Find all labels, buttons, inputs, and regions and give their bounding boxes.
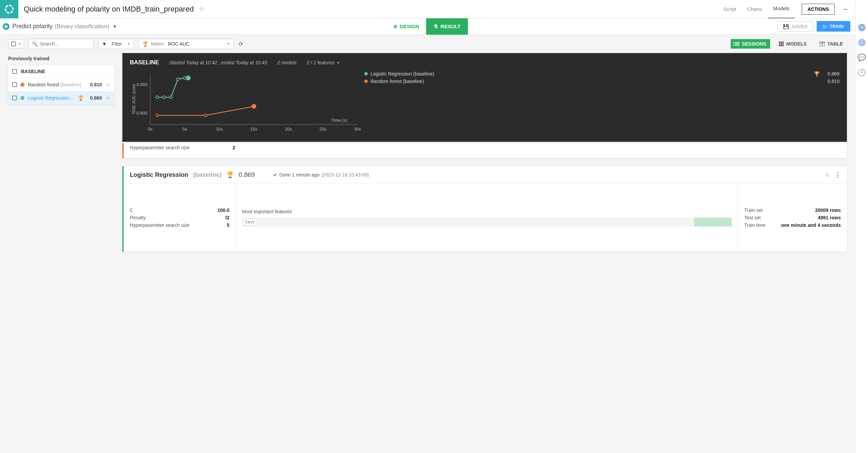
- table-icon: [819, 41, 825, 46]
- svg-point-23: [204, 114, 207, 117]
- svg-point-16: [156, 96, 158, 99]
- legend-row[interactable]: Random forest (baseline) 0.810: [364, 78, 839, 85]
- param-value: 2: [232, 145, 235, 150]
- legend-dot: [364, 72, 368, 76]
- baseline-features-dropdown[interactable]: 2 / 2 features ▼: [307, 60, 340, 65]
- result-tab[interactable]: ⚗ RESULT: [426, 18, 468, 35]
- svg-text:30s: 30s: [354, 127, 361, 132]
- model-card-suffix: (baseline): [193, 171, 222, 179]
- filter-dropdown[interactable]: ▼ Filter ▼: [98, 39, 134, 49]
- model-name: Random forest (baseline): [28, 82, 84, 87]
- checkbox-icon: [11, 41, 16, 46]
- chevron-down-icon[interactable]: ▼: [113, 24, 117, 29]
- save-icon: 💾: [783, 24, 789, 29]
- model-color-dot: [20, 96, 24, 100]
- play-icon: ▷: [823, 24, 827, 29]
- sidebar-title: Previously trained: [8, 56, 114, 61]
- view-table-button[interactable]: TABLE: [815, 39, 847, 49]
- svg-text:ROC AUC score: ROC AUC score: [132, 84, 136, 114]
- star-icon[interactable]: ☆: [824, 171, 830, 179]
- param-label: C: [130, 207, 133, 213]
- predict-type: (Binary classification): [55, 23, 109, 30]
- param-value: l2: [225, 215, 229, 220]
- tab-models[interactable]: Models: [768, 0, 795, 19]
- info-icon[interactable]: i: [858, 39, 866, 46]
- model-card-status: ✔ Done 1 minute ago (2023-12-18 10:43:09…: [273, 172, 369, 178]
- baseline-time-range: Started Today at 10:42 , ended Today at …: [169, 60, 267, 65]
- model-card-logistic-regression: Logistic Regression (baseline) 🏆 0.869 ✔…: [122, 166, 847, 252]
- session-header[interactable]: BASELINE: [8, 65, 114, 78]
- svg-text:5s: 5s: [183, 127, 187, 132]
- view-sessions-button[interactable]: SESSIONS: [731, 39, 770, 49]
- model-card-score: 0.869: [239, 171, 255, 179]
- metric-value: ROC AUC: [168, 41, 190, 47]
- stat-value: one minute and 4 seconds: [781, 222, 841, 228]
- model-card-random-forest: Hyperparameter search size 2: [122, 143, 847, 158]
- legend-dot: [364, 80, 368, 83]
- design-tab[interactable]: ⎚ DESIGN: [387, 18, 426, 35]
- logo-icon: [5, 5, 14, 14]
- svg-text:25s: 25s: [319, 127, 327, 132]
- view-models-label: MODELS: [786, 41, 806, 47]
- refresh-status-icon[interactable]: ⟲: [199, 6, 204, 12]
- history-icon[interactable]: 🕑: [858, 69, 866, 76]
- svg-point-20: [184, 77, 186, 79]
- checkbox-icon[interactable]: [12, 82, 17, 87]
- param-label: Hyperparameter search size: [130, 222, 190, 228]
- collapse-arrow-icon[interactable]: ←: [843, 5, 850, 13]
- kebab-menu-icon[interactable]: ⋮: [835, 171, 841, 179]
- svg-point-19: [176, 78, 179, 81]
- search-icon: 🔍: [32, 41, 38, 47]
- stat-label: Train set: [744, 207, 763, 213]
- checkbox-icon[interactable]: [12, 96, 17, 100]
- saved-label: SAVED: [792, 24, 808, 29]
- hyperparams-column: C100.0 Penaltyl2 Hyperparameter search s…: [124, 184, 236, 252]
- stat-label: Test set: [744, 215, 761, 220]
- baseline-models-count: 2 models: [277, 60, 297, 65]
- chat-icon[interactable]: 💬: [858, 54, 866, 61]
- svg-text:20s: 20s: [285, 127, 292, 132]
- stats-column: Train set20009 rows Test set4991 rows Tr…: [738, 184, 847, 252]
- legend-row[interactable]: Logistic Regression (baseline) 🏆 0.869: [364, 70, 839, 78]
- star-icon[interactable]: ☆: [105, 81, 110, 88]
- svg-text:0s: 0s: [148, 127, 153, 132]
- metric-dropdown[interactable]: 🏆 Metric: ROC AUC ▼: [139, 39, 234, 49]
- train-label: TRAIN: [830, 24, 844, 29]
- trophy-icon: 🏆: [814, 71, 820, 77]
- trophy-icon: 🏆: [226, 171, 234, 179]
- model-row-random-forest[interactable]: Random forest (baseline) 0.810 ☆: [8, 78, 114, 91]
- search-box[interactable]: 🔍: [29, 39, 93, 49]
- trophy-icon: 🏆: [78, 95, 84, 101]
- model-score: 0.869: [87, 95, 102, 101]
- param-label: Hyperparameter search size: [130, 145, 190, 150]
- param-value: 5: [227, 222, 229, 228]
- filter-icon: ▼: [102, 41, 107, 47]
- search-input[interactable]: [40, 41, 90, 47]
- app-logo[interactable]: [0, 0, 18, 18]
- features-title: Most important features: [242, 209, 732, 214]
- view-models-button[interactable]: MODELS: [775, 39, 811, 49]
- session-title: BASELINE: [21, 69, 45, 74]
- add-icon[interactable]: ＋: [858, 24, 866, 31]
- chart-legend: Logistic Regression (baseline) 🏆 0.869 R…: [361, 70, 839, 136]
- tab-charts[interactable]: Charts: [742, 0, 767, 18]
- actions-button[interactable]: ACTIONS: [802, 4, 835, 15]
- star-icon[interactable]: ☆: [105, 95, 110, 101]
- grid-icon: [779, 41, 784, 46]
- model-row-logistic-regression[interactable]: Logistic Regression … 🏆 0.869 ☆: [8, 91, 114, 104]
- svg-text:0.800: 0.800: [136, 111, 147, 116]
- predict-title: Predict polarity: [12, 23, 53, 30]
- features-count: 2 / 2 features: [307, 60, 335, 65]
- refresh-icon[interactable]: ⟳: [239, 41, 243, 47]
- checkbox-icon[interactable]: [12, 69, 17, 74]
- svg-text:0.850: 0.850: [136, 82, 147, 87]
- check-icon: ✔: [273, 172, 277, 178]
- train-button[interactable]: ▷ TRAIN: [817, 21, 850, 32]
- tab-script[interactable]: Script: [718, 0, 742, 18]
- baseline-panel: BASELINE Started Today at 10:42 , ended …: [122, 53, 847, 142]
- target-icon: [3, 23, 10, 30]
- metric-label: Metric:: [151, 41, 165, 47]
- top-header: Quick modeling of polarity on IMDB_train…: [0, 0, 855, 18]
- saved-button: 💾 SAVED: [777, 21, 813, 32]
- select-all-dropdown[interactable]: ▼: [8, 39, 24, 48]
